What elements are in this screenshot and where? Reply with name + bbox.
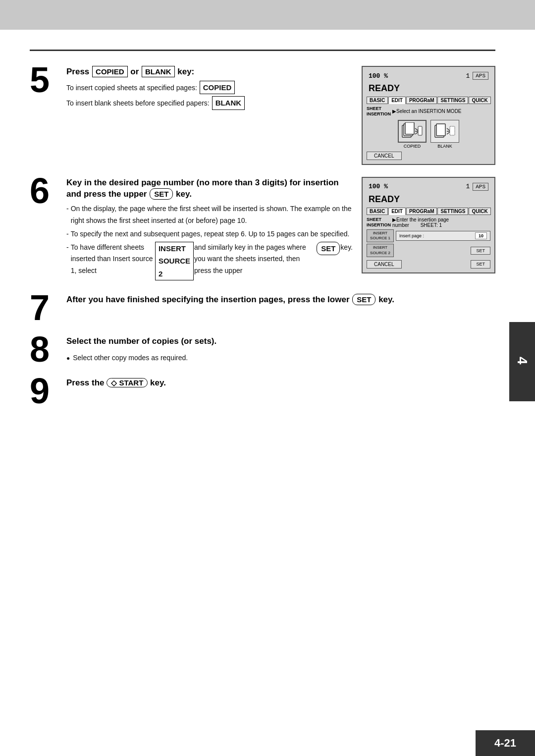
blank-key2: BLANK — [212, 96, 245, 110]
svg-rect-6 — [436, 124, 445, 136]
lcd-tab2-edit[interactable]: EDIT — [388, 208, 406, 215]
svg-rect-2 — [405, 122, 414, 134]
lcd-insert-source1-btn[interactable]: INSERTSOURCE 1 — [367, 229, 394, 243]
blank-icon-label: BLANK — [437, 144, 452, 149]
step6-panel: 100 % 1 APS READY BASIC EDIT PROGRaM SET… — [362, 177, 505, 282]
lcd-panel-2: 100 % 1 APS READY BASIC EDIT PROGRaM SET… — [362, 177, 495, 274]
step8-content: Select the number of copies (or sets). S… — [66, 335, 505, 366]
lcd-panel2-label: SHEETINSERTION — [367, 217, 390, 228]
step5-row: 5 Press COPIED or BLANK key: To insert c… — [30, 66, 505, 165]
copied-key: COPIED — [92, 66, 128, 77]
step6-bullet2: To specify the next and subsequent pages… — [66, 228, 353, 240]
copied-icon-box — [398, 120, 427, 143]
lcd-panel2-header: 100 % 1 APS — [367, 182, 490, 192]
copied-icon-svg — [401, 122, 423, 140]
step6-row: 6 Key in the desired page number (no mor… — [30, 177, 505, 282]
step8-body: Select other copy modes as required. — [66, 352, 505, 364]
lcd-tab1-settings[interactable]: SETTINGS — [437, 97, 468, 104]
lcd-panel-1: 100 % 1 APS READY BASIC EDIT PROGRaM SET… — [362, 66, 495, 165]
step5-number: 5 — [30, 62, 59, 98]
insert-source2-key: INSERT SOURCE 2 — [155, 242, 194, 281]
set-key-lower: SET — [352, 294, 375, 305]
lcd-panel2-count: 1 — [466, 183, 470, 190]
step5-left: 5 Press COPIED or BLANK key: To insert c… — [30, 66, 353, 165]
step6-number: 6 — [30, 173, 59, 209]
step8-row: 8 Select the number of copies (or sets).… — [30, 335, 505, 367]
copied-key2: COPIED — [200, 81, 235, 95]
step6-bullet3: To have different sheets inserted than I… — [66, 242, 353, 281]
step6-content: Key in the desired page number (no more … — [66, 177, 353, 282]
step5-content: Press COPIED or BLANK key: To insert cop… — [66, 66, 353, 112]
lcd-panel1-mode-row: SHEETINSERTION ▶Select an INSERTION MODE — [367, 106, 490, 117]
lcd-panel2-bottom-row: CANCEL SET — [367, 260, 490, 269]
step5-line1: To insert copied sheets at specified pag… — [66, 81, 353, 95]
step8-number: 8 — [30, 331, 59, 367]
lcd-tab1-edit[interactable]: EDIT — [388, 97, 406, 104]
lcd-insert-page-label: Insert page : — [399, 233, 424, 238]
blank-icon-container[interactable]: BLANK — [430, 120, 459, 149]
step7-content: After you have finished specifying the i… — [66, 294, 505, 309]
step9-row: 9 Press the ◇ START key. — [30, 377, 505, 409]
lcd-panel1-aps: APS — [473, 72, 488, 80]
step6-title: Key in the desired page number (no more … — [66, 177, 353, 201]
lcd-panel2-percent: 100 % — [369, 183, 388, 190]
page: 4 4-21 5 Press COPIED or BLANK key: To — [0, 0, 535, 756]
lcd-insert-source2-btn[interactable]: INSERTSOURCE 2 — [367, 244, 394, 257]
lcd-panel1-header: 100 % 1 APS — [367, 71, 490, 81]
svg-rect-4 — [418, 126, 422, 135]
lcd-panel1-label: SHEETINSERTION — [367, 106, 390, 117]
lcd-insert-page-row: Insert page : 10 — [396, 231, 490, 241]
set-key-upper2: SET — [317, 242, 340, 256]
svg-rect-8 — [450, 126, 455, 135]
lcd-panel1-ready: READY — [367, 82, 490, 95]
lcd-tab2-quick[interactable]: QUICK — [469, 208, 490, 215]
blank-icon-svg — [434, 122, 456, 140]
step6-bullet1: On the display, the page where the first… — [66, 203, 353, 227]
lcd-set-lower-btn[interactable]: SET — [471, 260, 490, 269]
lcd-panel2-cancel-btn[interactable]: CANCEL — [367, 260, 402, 269]
lcd-panel2-source1-row: INSERTSOURCE 1 Insert page : 10 — [367, 229, 490, 243]
step5-panel: 100 % 1 APS READY BASIC EDIT PROGRaM SET… — [362, 66, 505, 165]
step9-title: Press the ◇ START key. — [66, 377, 505, 389]
lcd-panel1-cancel-btn[interactable]: CANCEL — [367, 152, 402, 160]
copied-icon-label: COPIED — [404, 144, 421, 149]
step7-title: After you have finished specifying the i… — [66, 294, 505, 306]
lcd-panel1-tabs: BASIC EDIT PROGRaM SETTINGS QUICK — [367, 97, 490, 104]
top-rule — [30, 50, 495, 51]
lcd-panel1-percent: 100 % — [369, 72, 388, 80]
step5-body: To insert copied sheets at specified pag… — [66, 81, 353, 110]
set-key-upper: SET — [150, 188, 173, 200]
top-bar — [0, 0, 535, 30]
lcd-panel1-icons: COPIED — [367, 120, 490, 149]
lcd-tab2-program[interactable]: PROGRaM — [406, 208, 437, 215]
step7-number: 7 — [30, 290, 59, 325]
blank-icon-box — [430, 120, 459, 143]
lcd-tab1-quick[interactable]: QUICK — [469, 97, 490, 104]
copied-icon-container[interactable]: COPIED — [398, 120, 427, 149]
lcd-panel1-instruction: ▶Select an INSERTION MODE — [392, 108, 490, 114]
page-number-box: 4-21 — [476, 730, 535, 756]
lcd-panel2-mode-row: SHEETINSERTION ▶Enter the insertion page… — [367, 217, 490, 228]
start-key: ◇ START — [107, 378, 148, 387]
step6-left: 6 Key in the desired page number (no mor… — [30, 177, 353, 282]
step5-line2: To insert blank sheets before specified … — [66, 96, 353, 110]
lcd-panel2-tabs: BASIC EDIT PROGRaM SETTINGS QUICK — [367, 208, 490, 215]
lcd-panel2-ready: READY — [367, 193, 490, 206]
lcd-panel2-aps: APS — [473, 183, 488, 191]
lcd-panel1-count: 1 — [466, 72, 470, 80]
lcd-panel2-instruction: ▶Enter the insertion pagenumber SHEET: 1 — [392, 217, 490, 228]
lcd-tab2-settings[interactable]: SETTINGS — [437, 208, 468, 215]
lcd-panel1-cancel-row: CANCEL — [367, 152, 490, 160]
lcd-set-upper-btn[interactable]: SET — [471, 247, 490, 255]
lcd-tab1-basic[interactable]: BASIC — [367, 97, 388, 104]
lcd-tab2-basic[interactable]: BASIC — [367, 208, 388, 215]
page-number: 4-21 — [494, 737, 516, 750]
step8-bullet: Select other copy modes as required. — [66, 352, 505, 364]
lcd-insert-page-value: 10 — [475, 232, 487, 239]
lcd-panel2-sheet: SHEET: 1 — [421, 222, 442, 228]
blank-key: BLANK — [142, 66, 175, 77]
step8-title: Select the number of copies (or sets). — [66, 335, 505, 347]
step9-content: Press the ◇ START key. — [66, 377, 505, 392]
step9-number: 9 — [30, 373, 59, 409]
lcd-tab1-program[interactable]: PROGRaM — [406, 97, 437, 104]
